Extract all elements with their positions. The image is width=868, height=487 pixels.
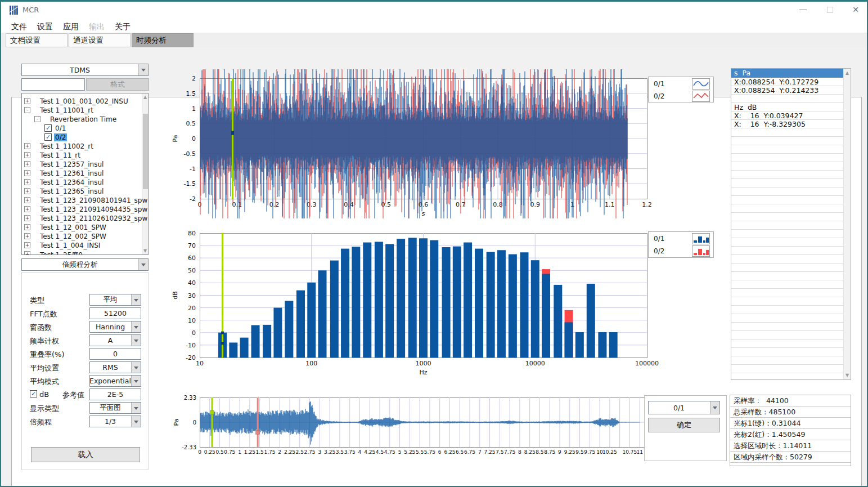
tree-node[interactable]: +Test 1_123_211026102932_spw <box>22 214 148 223</box>
cursor-list-row[interactable]: Hz dB <box>731 103 843 111</box>
expand-icon[interactable]: + <box>24 233 30 239</box>
expand-icon[interactable]: + <box>24 188 30 194</box>
expand-icon[interactable]: + <box>24 98 30 104</box>
list-scrollbar[interactable]: ▲ ▼ <box>843 69 851 379</box>
menu-item[interactable]: 关于 <box>113 21 133 33</box>
cursor-list-row[interactable] <box>731 95 843 103</box>
cursor-list-row[interactable]: X: 16 Y:0.039427 <box>731 111 843 120</box>
tree-node[interactable]: +Test 1_123_210914094435_spw <box>22 205 148 214</box>
cursor-list-row[interactable] <box>731 213 843 221</box>
cursor-list-row[interactable] <box>731 238 843 247</box>
settings-select[interactable]: Exponential <box>89 375 141 387</box>
filter-input[interactable] <box>21 78 85 91</box>
tree-node[interactable]: +Test 1_11002_rt <box>22 142 148 151</box>
tree-node[interactable]: +Test 1_12361_insul <box>22 169 148 178</box>
tab-item[interactable]: 文档设置 <box>6 33 68 47</box>
cursor-list-row[interactable] <box>731 348 843 356</box>
cursor-list-row[interactable] <box>731 263 843 272</box>
tree-node[interactable]: +Test 1_12357_insul <box>22 160 148 169</box>
cursor-list-row[interactable] <box>731 272 843 280</box>
settings-input[interactable]: 51200 <box>89 307 141 319</box>
expand-icon[interactable]: + <box>24 161 30 167</box>
cursor-list-row[interactable] <box>731 221 843 230</box>
cursor-list-row[interactable] <box>731 154 843 162</box>
tree-channel-item[interactable]: ✓0/1 <box>22 124 148 133</box>
minimize-button[interactable] <box>791 2 814 17</box>
cursor-list-row[interactable] <box>731 373 843 380</box>
tree-node[interactable]: -Reverberation Time <box>22 115 148 124</box>
expand-icon[interactable]: + <box>24 206 30 212</box>
db-checkbox[interactable]: ✓ <box>30 390 37 397</box>
settings-select[interactable]: 平均 <box>89 294 141 306</box>
tree-node[interactable]: +Test 1_1_004_INSI <box>22 241 148 250</box>
expand-icon[interactable]: + <box>24 179 30 185</box>
cursor-list-row[interactable] <box>731 323 843 331</box>
cursor-list-row[interactable] <box>731 128 843 137</box>
collapse-icon[interactable]: - <box>24 107 30 113</box>
cursor-list-row[interactable] <box>731 255 843 263</box>
expand-icon[interactable]: + <box>24 224 30 230</box>
cursor-list-row[interactable] <box>731 204 843 213</box>
cursor-list-row[interactable] <box>731 162 843 171</box>
tree-node[interactable]: +Test 1_11_rt <box>22 151 148 160</box>
cursor-list-row[interactable] <box>731 314 843 323</box>
cursor-list-row[interactable] <box>731 356 843 365</box>
cursor-list-row[interactable] <box>731 289 843 297</box>
tree-node[interactable]: -Test 1_11001_rt <box>22 106 148 115</box>
cursor-list-row[interactable] <box>731 297 843 306</box>
expand-icon[interactable]: + <box>24 242 30 248</box>
cursor-list-row[interactable]: X:0.088254 Y:0.214233 <box>731 86 843 95</box>
tree-node[interactable]: +Test 1_12_001_SPW <box>22 223 148 232</box>
cursor-list-row[interactable] <box>731 331 843 339</box>
cursor-list-row[interactable] <box>731 187 843 196</box>
cursor-list-row[interactable] <box>731 145 843 154</box>
octave-spectrum-chart[interactable]: 10100100010000100000-20-1001020304050607… <box>161 224 721 379</box>
load-button[interactable]: 载入 <box>31 447 140 462</box>
settings-select[interactable]: RMS <box>89 361 141 373</box>
cursor-list-row[interactable] <box>731 179 843 187</box>
cursor-list-row[interactable] <box>731 339 843 348</box>
cursor-list-row[interactable] <box>731 230 843 238</box>
overview-waveform-chart[interactable]: 00.250.50.7511.251.51.7522.252.52.7533.2… <box>161 387 721 469</box>
confirm-button[interactable]: 确定 <box>648 418 720 432</box>
tab-item[interactable]: 通道设置 <box>69 33 131 47</box>
menu-item[interactable]: 文件 <box>9 21 29 33</box>
channel-checkbox[interactable]: ✓ <box>44 133 52 141</box>
time-waveform-chart[interactable]: 00.10.20.30.40.50.60.70.80.911.11.2-2-1.… <box>161 69 721 218</box>
menu-item[interactable]: 输出 <box>87 21 107 33</box>
cursor-list-row[interactable] <box>731 280 843 289</box>
tree-channel-item[interactable]: ✓0/2 <box>22 133 148 142</box>
tree-node[interactable]: +Test 1_12364_insul <box>22 178 148 187</box>
tab-active[interactable]: 时频分析 <box>132 33 194 47</box>
title-bar[interactable]: MCR ✕ <box>1 2 867 19</box>
expand-icon[interactable]: + <box>24 143 30 149</box>
cursor-list-row[interactable] <box>731 306 843 314</box>
collapse-icon[interactable]: - <box>34 116 41 122</box>
cursor-list-row[interactable]: X:0.088254 Y:0.172729 <box>731 78 843 86</box>
settings-select[interactable]: 平面图 <box>89 402 141 414</box>
tree-node[interactable]: +Test 1_12_002_SPW <box>22 232 148 241</box>
expand-icon[interactable]: + <box>24 170 30 176</box>
settings-input[interactable]: 0 <box>89 348 141 360</box>
channel-select[interactable]: 0/1 <box>648 401 720 414</box>
expand-icon[interactable]: + <box>24 197 30 203</box>
settings-select[interactable]: A <box>89 334 141 346</box>
settings-input[interactable]: 2E-5 <box>89 388 141 400</box>
channel-checkbox[interactable]: ✓ <box>44 124 52 132</box>
tree-node[interactable]: +Test 1_25度0 <box>22 250 148 255</box>
tree-node[interactable]: +Test 1_12365_insul <box>22 187 148 196</box>
expand-icon[interactable]: + <box>24 152 30 158</box>
settings-select[interactable]: Hanning <box>89 321 141 333</box>
close-button[interactable]: ✕ <box>844 2 867 17</box>
cursor-list-row[interactable] <box>731 137 843 145</box>
settings-select[interactable]: 1/3 <box>89 415 141 427</box>
menu-item[interactable]: 设置 <box>35 21 55 33</box>
expand-icon[interactable]: + <box>24 215 30 221</box>
menu-item[interactable]: 应用 <box>61 21 81 33</box>
tree-node[interactable]: +Test 1_123_210908101941_spw <box>22 196 148 205</box>
tree-node[interactable]: +Test 1_001_001_002_INSU <box>22 97 148 106</box>
cursor-list-row[interactable] <box>731 171 843 179</box>
maximize-button[interactable] <box>818 2 841 17</box>
expand-icon[interactable]: + <box>24 251 30 255</box>
cursor-list-row[interactable] <box>731 365 843 373</box>
